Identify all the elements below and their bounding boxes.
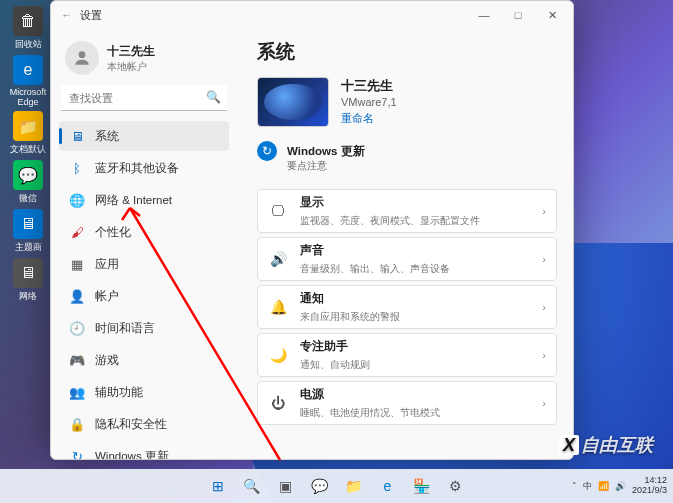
update-block[interactable]: ↻ Windows 更新 要点注意 [257, 141, 557, 173]
nav-icon: 🕘 [69, 320, 85, 336]
card-sub: 音量级别、输出、输入、声音设备 [300, 263, 450, 274]
titlebar: ← 设置 — □ ✕ [51, 1, 573, 29]
wifi-icon[interactable]: 📶 [598, 481, 609, 491]
card-icon: 🖵 [268, 203, 288, 219]
card-sub: 睡眠、电池使用情况、节电模式 [300, 407, 440, 418]
avatar [65, 41, 99, 75]
device-block: 十三先生 VMware7,1 重命名 [257, 77, 557, 127]
card-sub: 来自应用和系统的警报 [300, 311, 400, 322]
taskbar-item[interactable]: 🔍 [237, 471, 267, 501]
chevron-right-icon: › [542, 301, 546, 313]
sidebar-item[interactable]: 🔒隐私和安全性 [59, 409, 229, 439]
desktop-icon[interactable]: 💬微信 [6, 160, 50, 205]
profile-sub: 本地帐户 [107, 60, 155, 74]
desktop-icon[interactable]: 📁文档默认 [6, 111, 50, 156]
taskbar-item[interactable]: 📁 [339, 471, 369, 501]
sidebar-item[interactable]: 🌐网络 & Internet [59, 185, 229, 215]
sidebar-item-label: 应用 [95, 257, 119, 272]
svg-point-0 [79, 51, 86, 58]
settings-card[interactable]: 🔊声音音量级别、输出、输入、声音设备› [257, 237, 557, 281]
card-sub: 通知、自动规则 [300, 359, 370, 370]
sidebar-item-label: 帐户 [95, 289, 119, 304]
nav-icon: 👤 [69, 288, 85, 304]
taskbar-item[interactable]: e [373, 471, 403, 501]
profile[interactable]: 十三先生 本地帐户 [59, 35, 229, 85]
tray-chevron-icon[interactable]: ˄ [572, 481, 577, 491]
card-title: 显示 [300, 195, 530, 210]
nav-icon: 👥 [69, 384, 85, 400]
taskbar-item[interactable]: ⊞ [203, 471, 233, 501]
card-title: 电源 [300, 387, 530, 402]
sidebar-item[interactable]: 🖥系统 [59, 121, 229, 151]
nav-icon: 🖥 [69, 128, 85, 144]
nav-icon: ᛒ [69, 160, 85, 176]
profile-name: 十三先生 [107, 43, 155, 60]
clock-date[interactable]: 2021/9/3 [632, 486, 667, 496]
card-title: 通知 [300, 291, 530, 306]
rename-link[interactable]: 重命名 [341, 111, 397, 126]
main-panel: 系统 十三先生 VMware7,1 重命名 ↻ Windows 更新 要点注意 … [237, 29, 573, 459]
desktop-icon[interactable]: 🖥主题商 [6, 209, 50, 254]
device-name: 十三先生 [341, 77, 397, 95]
search-input[interactable] [61, 85, 227, 111]
sidebar-item[interactable]: 🎮游戏 [59, 345, 229, 375]
maximize-button[interactable]: □ [501, 1, 535, 29]
nav-icon: 🌐 [69, 192, 85, 208]
sidebar-item-label: 辅助功能 [95, 385, 143, 400]
search-box[interactable]: 🔍 [61, 85, 227, 111]
sidebar-item-label: 系统 [95, 129, 119, 144]
settings-card[interactable]: 🖵显示监视器、亮度、夜间模式、显示配置文件› [257, 189, 557, 233]
sidebar-item[interactable]: ᛒ蓝牙和其他设备 [59, 153, 229, 183]
taskbar-item[interactable]: 🏪 [407, 471, 437, 501]
card-icon: 🌙 [268, 347, 288, 363]
sidebar-item[interactable]: ▦应用 [59, 249, 229, 279]
desktop-icon[interactable]: 🗑回收站 [6, 6, 50, 51]
system-tray[interactable]: ˄ 中 📶 🔊 14:12 2021/9/3 [572, 476, 667, 496]
chevron-right-icon: › [542, 253, 546, 265]
taskbar-item[interactable]: ⚙ [441, 471, 471, 501]
sidebar-item-label: 个性化 [95, 225, 131, 240]
sidebar-item-label: Windows 更新 [95, 449, 169, 460]
ime-indicator[interactable]: 中 [583, 480, 592, 493]
search-icon: 🔍 [206, 90, 221, 104]
desktop-icon[interactable]: 🖥网络 [6, 258, 50, 303]
taskbar-item[interactable]: ▣ [271, 471, 301, 501]
sidebar-item[interactable]: 👥辅助功能 [59, 377, 229, 407]
card-title: 声音 [300, 243, 530, 258]
sidebar-item[interactable]: ↻Windows 更新 [59, 441, 229, 459]
sidebar-item-label: 游戏 [95, 353, 119, 368]
window-title: 设置 [80, 8, 102, 23]
card-title: 专注助手 [300, 339, 530, 354]
nav-icon: 🎮 [69, 352, 85, 368]
nav-icon: ▦ [69, 256, 85, 272]
sidebar-item[interactable]: 🖌个性化 [59, 217, 229, 247]
desktop-icon[interactable]: eMicrosoft Edge [6, 55, 50, 107]
card-sub: 监视器、亮度、夜间模式、显示配置文件 [300, 215, 480, 226]
update-title: Windows 更新 [287, 145, 365, 157]
volume-icon[interactable]: 🔊 [615, 481, 626, 491]
device-thumb [257, 77, 329, 127]
sidebar: 十三先生 本地帐户 🔍 🖥系统ᛒ蓝牙和其他设备🌐网络 & Internet🖌个性… [51, 29, 237, 459]
settings-card[interactable]: 🌙专注助手通知、自动规则› [257, 333, 557, 377]
card-icon: 🔔 [268, 299, 288, 315]
settings-card[interactable]: ⏻电源睡眠、电池使用情况、节电模式› [257, 381, 557, 425]
close-button[interactable]: ✕ [535, 1, 569, 29]
sidebar-item-label: 时间和语言 [95, 321, 155, 336]
settings-window: ← 设置 — □ ✕ 十三先生 本地帐户 🔍 🖥系统ᛒ蓝牙和其他设备🌐网络 & … [50, 0, 574, 460]
minimize-button[interactable]: — [467, 1, 501, 29]
card-icon: 🔊 [268, 251, 288, 267]
settings-card[interactable]: 🔔通知来自应用和系统的警报› [257, 285, 557, 329]
update-sub: 要点注意 [287, 159, 365, 173]
sidebar-item-label: 隐私和安全性 [95, 417, 167, 432]
card-icon: ⏻ [268, 395, 288, 411]
sidebar-item[interactable]: 👤帐户 [59, 281, 229, 311]
nav-icon: 🔒 [69, 416, 85, 432]
taskbar-item[interactable]: 💬 [305, 471, 335, 501]
back-button[interactable]: ← [61, 9, 72, 21]
sidebar-item-label: 蓝牙和其他设备 [95, 161, 179, 176]
taskbar: ⊞🔍▣💬📁e🏪⚙ ˄ 中 📶 🔊 14:12 2021/9/3 [0, 469, 673, 503]
watermark: X自由互联 [559, 433, 653, 457]
sidebar-item[interactable]: 🕘时间和语言 [59, 313, 229, 343]
chevron-right-icon: › [542, 397, 546, 409]
sidebar-item-label: 网络 & Internet [95, 193, 172, 208]
